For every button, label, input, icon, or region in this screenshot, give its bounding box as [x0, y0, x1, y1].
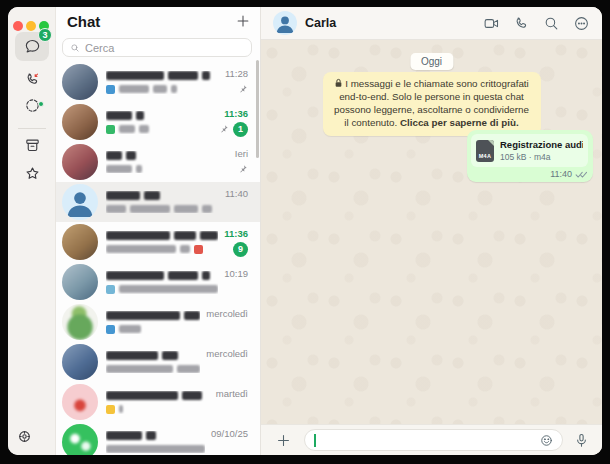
chat-name-redacted [106, 311, 200, 320]
chat-name-redacted [106, 231, 218, 240]
chat-name-redacted [106, 151, 229, 160]
voice-call-icon[interactable] [513, 15, 530, 32]
chat-time: mercoledì [206, 348, 248, 359]
chat-snippet-redacted [106, 125, 212, 134]
status-update-dot [38, 101, 44, 107]
document-attachment[interactable]: M4A Registrazione audio.m4a 105 kB · m4a [471, 134, 588, 167]
emoji-yellow-icon [106, 405, 115, 414]
emoji-button[interactable] [539, 433, 554, 448]
check-blue-icon [106, 285, 115, 294]
chat-search[interactable] [62, 38, 252, 57]
voice-message-button[interactable] [573, 432, 590, 449]
rail-item-settings[interactable] [8, 428, 48, 445]
pin-icon [218, 124, 229, 135]
chat-list-item[interactable]: martedì [56, 382, 260, 422]
chat-list-title: Chat [67, 13, 100, 30]
chat-list-scrollbar[interactable] [256, 60, 259, 158]
chat-time: Ieri [235, 148, 248, 159]
chat-avatar [62, 384, 98, 420]
rail-item-status[interactable] [8, 97, 56, 114]
default-contact-icon [62, 184, 98, 220]
chat-time: 11:36 [224, 228, 248, 239]
chat-snippet-redacted [106, 85, 219, 94]
chat-list-item[interactable]: 11:36 9 [56, 222, 260, 262]
contact-name[interactable]: Carla [305, 16, 336, 30]
file-icon: M4A [476, 140, 494, 162]
notice-link[interactable]: Clicca per saperne di più. [400, 117, 519, 128]
chats-unread-badge: 3 [38, 28, 52, 42]
chat-name-redacted [106, 111, 212, 120]
search-icon[interactable] [543, 15, 560, 32]
minimize-window-button[interactable] [26, 21, 36, 31]
outgoing-message-bubble[interactable]: M4A Registrazione audio.m4a 105 kB · m4a… [467, 130, 593, 182]
chat-time: 10:19 [224, 268, 248, 279]
text-caret [314, 434, 316, 447]
chat-name-redacted [106, 271, 218, 280]
chat-name-redacted [106, 351, 200, 360]
chat-time: 09/10/25 [211, 428, 248, 439]
emoji-icon [539, 433, 554, 448]
chat-time: 11:28 [225, 68, 248, 79]
contact-avatar[interactable] [273, 11, 297, 35]
chat-list-item[interactable]: mercoledì [56, 342, 260, 382]
conversation-header: Carla [261, 7, 602, 40]
chat-snippet-redacted [106, 325, 200, 334]
attach-plus-button[interactable] [275, 432, 292, 449]
chat-list-item[interactable]: mercoledì [56, 302, 260, 342]
delivered-double-check-icon [575, 170, 588, 179]
chat-list-item[interactable]: 10:19 [56, 262, 260, 302]
plus-icon [275, 432, 292, 449]
chat-time: martedì [216, 388, 248, 399]
archive-box-icon [24, 137, 41, 154]
more-options-icon[interactable] [573, 15, 590, 32]
whatsapp-window: 3 [8, 7, 602, 455]
chat-avatar [62, 144, 98, 180]
chat-avatar [62, 224, 98, 260]
chat-list-item[interactable]: Ieri [56, 142, 260, 182]
message-input-field[interactable] [304, 429, 563, 451]
chat-time: 11:36 [224, 108, 248, 119]
rail-divider [18, 128, 46, 129]
mic-icon [573, 432, 590, 449]
chat-list-item[interactable]: 11:28 [56, 62, 260, 102]
search-input[interactable] [85, 42, 235, 54]
pin-icon [237, 84, 248, 95]
unread-badge: 9 [233, 242, 248, 257]
rail-item-calls[interactable] [8, 71, 56, 88]
encryption-notice[interactable]: I messaggi e le chiamate sono crittograf… [323, 72, 541, 136]
chat-name-redacted [106, 391, 210, 400]
chat-snippet-redacted [106, 205, 219, 213]
chat-avatar [62, 184, 98, 220]
chat-avatar [62, 104, 98, 140]
search-icon [70, 43, 80, 53]
chat-time: 11:40 [225, 188, 248, 199]
message-input[interactable] [313, 434, 539, 446]
chart-blue-icon [106, 325, 115, 334]
pin-icon [237, 164, 248, 175]
chat-name-redacted [106, 71, 219, 80]
file-meta: 105 kB · m4a [500, 152, 583, 162]
rail-item-starred[interactable] [8, 165, 56, 182]
chat-name-redacted [106, 191, 219, 200]
date-separator: Oggi [410, 53, 453, 70]
video-call-icon[interactable] [483, 15, 500, 32]
file-type-label: M4A [476, 153, 494, 159]
composer-bar [261, 424, 602, 455]
close-window-button[interactable] [13, 21, 23, 31]
rail-item-archived[interactable] [8, 137, 56, 154]
chart-blue-icon [106, 85, 115, 94]
file-name: Registrazione audio.m4a [500, 139, 583, 150]
plus-icon [234, 12, 252, 30]
unread-badge: 1 [233, 122, 248, 137]
chat-list-panel: Chat 11:28 [56, 7, 260, 455]
chat-rows: 11:28 11:36 1 Ieri [56, 62, 260, 455]
chat-name-redacted [106, 431, 205, 440]
red-tag-icon [194, 245, 203, 254]
chat-list-item[interactable]: 09/10/25 [56, 422, 260, 455]
chart-green-icon [106, 125, 115, 134]
chat-snippet-redacted [106, 445, 205, 453]
new-chat-button[interactable] [234, 12, 252, 30]
chat-list-item[interactable]: 11:36 1 [56, 102, 260, 142]
chat-avatar [62, 64, 98, 100]
chat-list-item[interactable]: 11:40 [56, 182, 260, 222]
